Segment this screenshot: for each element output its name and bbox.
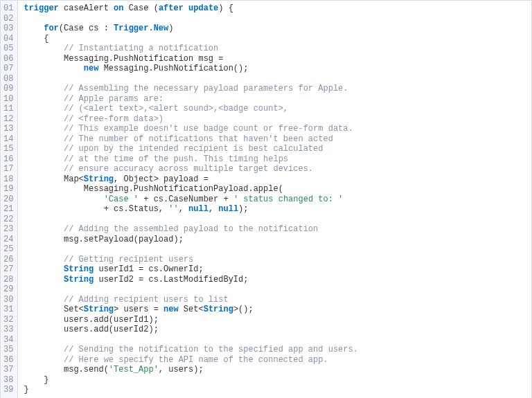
code-line: Set<String> users = new Set<String>(); bbox=[24, 305, 357, 315]
code-line: // (<alert text>,<alert sound>,<badge co… bbox=[24, 104, 357, 114]
code-line: // upon by the intended recipient is bes… bbox=[24, 144, 357, 154]
code-line bbox=[24, 14, 357, 24]
code-line: // This example doesn't use badge count … bbox=[24, 124, 357, 134]
code-line: // Instantiating a notification bbox=[24, 44, 357, 54]
code-line: // Getting recipient users bbox=[24, 255, 357, 265]
code-content: trigger caseAlert on Case (after update)… bbox=[18, 1, 363, 398]
code-line: // The number of notifications that have… bbox=[24, 134, 357, 145]
code-line: String userId2 = cs.LastModifiedById; bbox=[24, 275, 357, 285]
code-line: users.add(userId1); bbox=[24, 315, 357, 325]
code-line: } bbox=[24, 385, 357, 395]
code-line bbox=[24, 215, 357, 225]
code-line: // Assembling the necessary payload para… bbox=[24, 84, 357, 94]
code-line: } bbox=[24, 375, 357, 386]
code-line: // at the time of the push. This timing … bbox=[24, 154, 357, 165]
code-line: Messaging.PushNotification msg = bbox=[24, 54, 357, 64]
code-line: // <free-form data>) bbox=[24, 114, 357, 125]
code-line: trigger caseAlert on Case (after update)… bbox=[24, 3, 357, 14]
code-line: + cs.Status, '', null, null); bbox=[24, 204, 357, 215]
code-line bbox=[24, 284, 357, 295]
code-line: 'Case ' + cs.CaseNumber + ' status chang… bbox=[24, 195, 357, 205]
code-line bbox=[24, 244, 357, 255]
line-number-gutter: 01 02 03 04 05 06 07 08 09 10 11 12 13 1… bbox=[1, 1, 18, 398]
code-line: // Here we specify the API name of the c… bbox=[24, 355, 357, 365]
code-line: Map<String, Object> payload = bbox=[24, 174, 357, 185]
code-line: users.add(userId2); bbox=[24, 325, 357, 335]
code-line: new Messaging.PushNotification(); bbox=[24, 64, 357, 74]
code-block: 01 02 03 04 05 06 07 08 09 10 11 12 13 1… bbox=[0, 0, 532, 398]
code-line: Messaging.PushNotificationPayload.apple( bbox=[24, 184, 357, 195]
code-line: msg.setPayload(payload); bbox=[24, 235, 357, 245]
code-line bbox=[24, 335, 357, 345]
code-line: { bbox=[24, 34, 357, 44]
code-line: String userId1 = cs.OwnerId; bbox=[24, 264, 357, 275]
code-line bbox=[24, 74, 357, 84]
code-line: // Apple params are: bbox=[24, 94, 357, 105]
code-line: // Adding the assembled payload to the n… bbox=[24, 224, 357, 235]
code-line: // Sending the notification to the speci… bbox=[24, 345, 357, 355]
code-line: for(Case cs : Trigger.New) bbox=[24, 24, 357, 34]
code-line: // ensure accuracy across multiple targe… bbox=[24, 164, 357, 174]
code-line: // Adding recipient users to list bbox=[24, 295, 357, 305]
code-line: msg.send('Test_App', users); bbox=[24, 365, 357, 375]
